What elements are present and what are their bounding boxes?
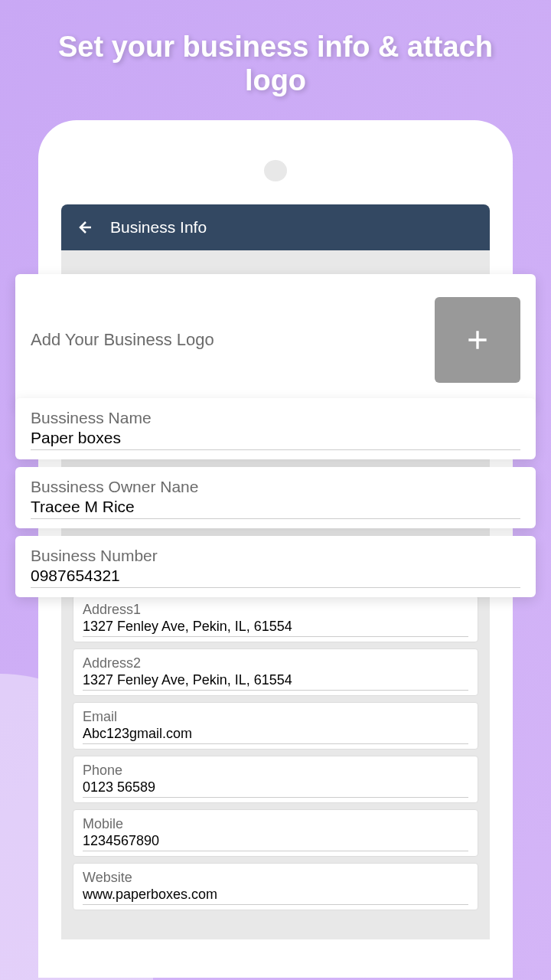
phone-value: 0123 56589	[83, 779, 468, 798]
mobile-field[interactable]: Mobile 1234567890	[73, 809, 478, 857]
email-value: Abc123gmail.com	[83, 726, 468, 744]
email-label: Email	[83, 709, 468, 725]
phone-label: Phone	[83, 763, 468, 779]
address1-field[interactable]: Address1 1327 Fenley Ave, Pekin, IL, 615…	[73, 595, 478, 642]
business-name-label: Bussiness Name	[31, 409, 520, 427]
back-arrow-icon[interactable]	[77, 218, 95, 237]
business-number-field[interactable]: Business Number 0987654321	[15, 536, 536, 597]
mobile-value: 1234567890	[83, 833, 468, 851]
phone-field[interactable]: Phone 0123 56589	[73, 756, 478, 803]
address2-field[interactable]: Address2 1327 Fenley Ave, Pekin, IL, 615…	[73, 648, 478, 696]
website-label: Website	[83, 870, 468, 886]
header-title: Business Info	[110, 218, 207, 237]
address1-label: Address1	[83, 602, 468, 618]
business-name-field[interactable]: Bussiness Name Paper boxes	[15, 398, 536, 459]
phone-notch	[264, 160, 287, 181]
email-field[interactable]: Email Abc123gmail.com	[73, 702, 478, 750]
app-header: Business Info	[61, 204, 490, 250]
add-logo-button[interactable]	[435, 297, 520, 383]
logo-label: Add Your Business Logo	[31, 330, 214, 350]
website-field[interactable]: Website www.paperboxes.com	[73, 863, 478, 910]
business-name-value: Paper boxes	[31, 429, 520, 450]
address2-value: 1327 Fenley Ave, Pekin, IL, 61554	[83, 672, 468, 691]
website-value: www.paperboxes.com	[83, 887, 468, 905]
business-number-value: 0987654321	[31, 567, 520, 588]
address2-label: Address2	[83, 655, 468, 671]
owner-name-field[interactable]: Bussiness Owner Nane Tracee M Rice	[15, 467, 536, 528]
owner-name-label: Bussiness Owner Nane	[31, 478, 520, 496]
plus-icon	[462, 325, 493, 355]
address1-value: 1327 Fenley Ave, Pekin, IL, 61554	[83, 619, 468, 637]
logo-card: Add Your Business Logo	[15, 274, 536, 406]
business-number-label: Business Number	[31, 547, 520, 565]
owner-name-value: Tracee M Rice	[31, 498, 520, 519]
mobile-label: Mobile	[83, 816, 468, 832]
promo-title: Set your business info & attach logo	[0, 0, 551, 120]
